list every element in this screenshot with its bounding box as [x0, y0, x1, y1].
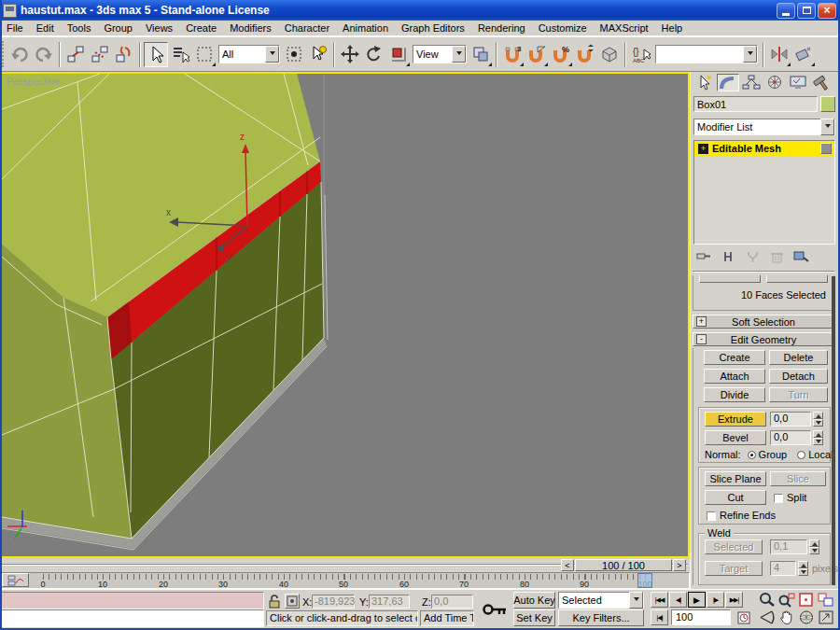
- weld-target-spinner[interactable]: [798, 561, 808, 576]
- select-and-manipulate-button[interactable]: [306, 42, 330, 67]
- auto-key-button[interactable]: Auto Key: [513, 592, 555, 609]
- rollout-edit-geometry[interactable]: - Edit Geometry: [693, 332, 833, 346]
- weld-selected-button[interactable]: Selected: [705, 539, 763, 554]
- spinner-up-icon[interactable]: [813, 412, 823, 419]
- previous-frame-arrow-button[interactable]: <: [561, 559, 574, 571]
- selection-partial-button[interactable]: [766, 275, 828, 283]
- extrude-spinner[interactable]: [813, 412, 823, 427]
- bind-to-space-warp-button[interactable]: [112, 42, 136, 67]
- align-button[interactable]: [791, 42, 816, 67]
- restore-button[interactable]: [797, 3, 816, 19]
- tab-motion[interactable]: [763, 74, 786, 91]
- make-unique-button[interactable]: [742, 248, 763, 265]
- expand-icon[interactable]: +: [698, 144, 708, 154]
- time-configuration-button[interactable]: [735, 609, 752, 625]
- rollout-expand-icon[interactable]: +: [696, 316, 707, 327]
- previous-frame-button[interactable]: ◀|: [669, 592, 687, 608]
- menu-item-maxscript[interactable]: MAXScript: [594, 21, 655, 35]
- configure-modifier-sets-button[interactable]: [791, 248, 812, 265]
- show-end-result-button[interactable]: [718, 248, 739, 265]
- normal-local-label[interactable]: Local: [808, 449, 833, 460]
- dropdown-button[interactable]: [452, 46, 466, 63]
- rollout-scrollbar[interactable]: [832, 276, 835, 585]
- menu-item-customize[interactable]: Customize: [532, 21, 594, 35]
- arc-rotate-button[interactable]: [797, 609, 816, 625]
- key-selection-dropdown[interactable]: Selected: [558, 592, 644, 609]
- menu-item-character[interactable]: Character: [278, 21, 336, 35]
- object-name-field[interactable]: Box01: [693, 96, 818, 112]
- close-button[interactable]: ×: [818, 3, 836, 19]
- spinner-snap-toggle-button[interactable]: [573, 42, 597, 67]
- minimize-button[interactable]: [777, 3, 795, 19]
- dropdown-button[interactable]: [820, 119, 834, 135]
- modifier-stack-list[interactable]: + Editable Mesh: [693, 140, 835, 245]
- extrude-button[interactable]: Extrude: [705, 412, 766, 427]
- named-selection-dropdown[interactable]: [655, 45, 758, 63]
- menu-item-tools[interactable]: Tools: [61, 21, 98, 35]
- split-label[interactable]: Split: [787, 492, 806, 503]
- weld-selected-value-field[interactable]: 0,1: [770, 539, 807, 554]
- split-checkbox[interactable]: [774, 494, 783, 503]
- redo-button[interactable]: [32, 42, 56, 67]
- weld-target-value-field[interactable]: 4: [770, 561, 796, 576]
- menu-item-group[interactable]: Group: [97, 21, 139, 35]
- modifier-list-dropdown[interactable]: Modifier List: [693, 119, 835, 135]
- menu-item-views[interactable]: Views: [139, 21, 179, 35]
- x-coordinate-field[interactable]: -819,923: [312, 595, 355, 609]
- selection-lock-toggle[interactable]: [268, 595, 281, 610]
- y-coordinate-field[interactable]: 317,63: [369, 595, 410, 609]
- add-time-tag[interactable]: Add Time Tag: [420, 610, 474, 626]
- time-slider[interactable]: < 100 / 100 >: [0, 558, 690, 572]
- dropdown-button[interactable]: [743, 46, 757, 63]
- play-button[interactable]: ▶: [688, 592, 706, 608]
- select-and-move-button[interactable]: [338, 42, 362, 67]
- bevel-value-field[interactable]: 0,0: [770, 430, 811, 445]
- selection-partial-button[interactable]: [699, 275, 761, 283]
- keyboard-shortcut-override-button[interactable]: [597, 42, 622, 67]
- select-and-rotate-button[interactable]: [362, 42, 386, 67]
- toolbar-grip[interactable]: [2, 41, 5, 67]
- zoom-extents-all-button[interactable]: [817, 592, 835, 608]
- divide-button[interactable]: Divide: [704, 387, 765, 402]
- mirror-button[interactable]: [767, 42, 791, 67]
- reference-coordinate-system-dropdown[interactable]: View: [413, 45, 467, 63]
- window-crossing-toggle-button[interactable]: [282, 42, 306, 67]
- select-and-scale-button[interactable]: [386, 42, 411, 67]
- tab-modify[interactable]: [717, 74, 739, 91]
- modifier-toggle-icon[interactable]: [820, 143, 832, 154]
- bevel-spinner[interactable]: [813, 430, 823, 445]
- viewport-label[interactable]: Perspective: [7, 76, 60, 87]
- set-keys-button[interactable]: [479, 593, 510, 626]
- pan-button[interactable]: [777, 609, 796, 625]
- select-and-link-button[interactable]: [63, 42, 88, 67]
- spinner-up-icon[interactable]: [809, 539, 819, 547]
- select-by-name-button[interactable]: [168, 42, 192, 67]
- attach-button[interactable]: Attach: [704, 369, 765, 384]
- spinner-down-icon[interactable]: [798, 568, 808, 576]
- normal-group-radio[interactable]: [748, 451, 756, 459]
- rollout-soft-selection[interactable]: + Soft Selection: [693, 315, 833, 329]
- tab-create[interactable]: [693, 74, 716, 91]
- rectangular-selection-region-button[interactable]: [192, 42, 217, 67]
- next-frame-arrow-button[interactable]: >: [673, 559, 686, 571]
- spinner-up-icon[interactable]: [798, 561, 808, 568]
- modifier-stack-item[interactable]: + Editable Mesh: [694, 141, 834, 156]
- refine-ends-checkbox[interactable]: [707, 511, 716, 521]
- menu-item-create[interactable]: Create: [179, 21, 223, 35]
- zoom-extents-button[interactable]: [797, 592, 816, 608]
- rollout-collapse-icon[interactable]: -: [696, 334, 707, 344]
- extrude-value-field[interactable]: 0,0: [770, 412, 811, 427]
- weld-selected-spinner[interactable]: [809, 539, 819, 554]
- go-to-end-button[interactable]: ▶▶|: [725, 592, 743, 608]
- z-coordinate-field[interactable]: 0,0: [431, 595, 473, 609]
- normal-group-label[interactable]: Group: [759, 449, 788, 460]
- field-of-view-button[interactable]: [758, 609, 777, 625]
- tab-hierarchy[interactable]: [740, 74, 763, 91]
- angle-snap-toggle-button[interactable]: [525, 42, 549, 67]
- go-to-start-button[interactable]: |◀◀: [651, 592, 668, 608]
- spinner-down-icon[interactable]: [813, 419, 823, 427]
- track-bar[interactable]: 0 10 20 30 40 50 60 70 80 90 100: [0, 572, 690, 589]
- zoom-button[interactable]: [758, 592, 777, 608]
- key-filters-button[interactable]: Key Filters...: [558, 609, 644, 626]
- zoom-all-button[interactable]: [777, 592, 796, 608]
